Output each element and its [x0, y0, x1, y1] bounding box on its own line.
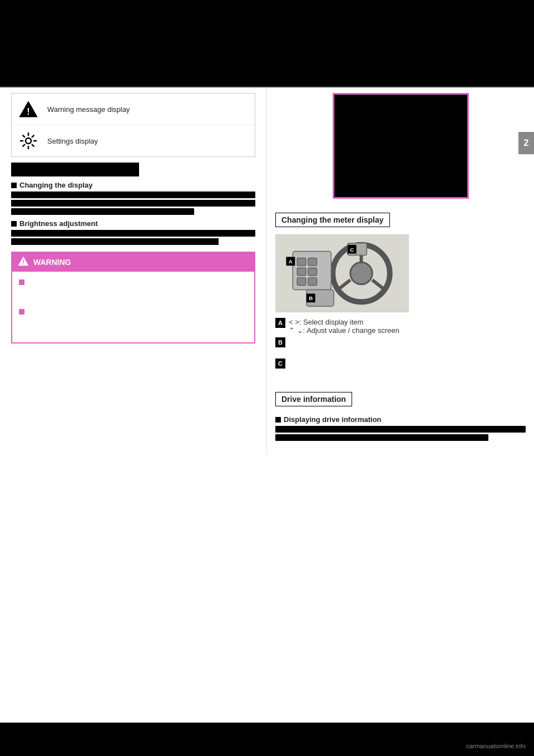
text-line-1 [11, 192, 255, 198]
svg-line-9 [32, 135, 34, 138]
magenta-bullet-2 [19, 309, 24, 315]
subheading-brightness: Brightness adjustment [11, 219, 255, 228]
watermark: carmanualsonline.info [466, 743, 526, 749]
svg-rect-22 [297, 268, 306, 276]
svg-rect-23 [308, 268, 317, 276]
svg-text:A: A [289, 258, 293, 264]
warning-bullet-1 [19, 279, 248, 306]
text-line-2 [11, 200, 255, 207]
svg-point-15 [350, 262, 372, 284]
svg-rect-20 [297, 258, 306, 266]
svg-line-7 [23, 135, 25, 138]
settings-display-label: Settings display [47, 137, 98, 145]
drive-info-section: Drive information Displaying drive infor… [275, 385, 526, 441]
warning-content [12, 272, 254, 342]
svg-text:!: ! [27, 107, 29, 116]
svg-rect-25 [308, 278, 317, 286]
badge-b: B [275, 337, 285, 347]
arrow-ud-icon: ⌃ ⌄: [289, 326, 306, 335]
sub-image-bar [11, 163, 139, 176]
text-line-4 [11, 230, 255, 237]
square-bullet-2 [11, 221, 17, 227]
svg-rect-21 [308, 258, 317, 266]
warning-header: ! WARNING [12, 253, 254, 272]
square-bullet-drive [275, 417, 281, 423]
chapter-tab: 2 [518, 132, 534, 154]
settings-icon-row: Settings display [12, 125, 255, 156]
di-line-1 [275, 426, 526, 433]
subheading-brightness-text: Brightness adjustment [19, 219, 98, 228]
warning-header-icon: ! [18, 256, 29, 269]
changing-meter-section: Changing the meter display [275, 207, 526, 441]
label-a-content: < >: Select display item ⌃ ⌄: Adjust val… [289, 318, 399, 335]
magenta-bullet-1 [19, 279, 24, 285]
page-container: ! Warning message display [0, 0, 534, 756]
arrow-ud-text: Adjust value / change screen [306, 326, 399, 335]
subheading-changing-display: Changing the display [11, 181, 255, 189]
svg-point-2 [26, 138, 31, 144]
left-column: ! Warning message display [0, 87, 267, 454]
drive-info-text [275, 426, 526, 441]
right-column: 2 Changing the meter display [267, 87, 534, 454]
text-line-5 [11, 238, 219, 245]
drive-info-title: Drive information [275, 392, 352, 406]
label-b-row: B [275, 337, 526, 356]
warning-icon-row: ! Warning message display [12, 94, 255, 125]
bottom-black-bar: carmanualsonline.info [0, 723, 534, 756]
warning-box: ! WARNING [11, 252, 255, 343]
icon-table: ! Warning message display [11, 93, 255, 157]
svg-text:B: B [309, 295, 313, 301]
text-line-3 [11, 208, 194, 215]
changing-display-text [11, 192, 255, 215]
svg-line-10 [23, 144, 25, 146]
drive-info-subheading-text: Displaying drive information [284, 415, 382, 424]
warning-triangle-icon: ! [17, 98, 39, 120]
subheading-changing-text: Changing the display [19, 181, 92, 189]
main-display-image [333, 93, 469, 199]
label-a-row: A < >: Select display item ⌃ ⌄: Adjust v… [275, 318, 526, 335]
badge-c: C [275, 359, 285, 369]
badge-a: A [275, 318, 285, 328]
svg-rect-24 [297, 278, 306, 286]
arrow-line-1: < >: Select display item [289, 318, 399, 326]
steering-wheel-image: A B C [275, 234, 409, 312]
brightness-text [11, 230, 255, 245]
svg-line-8 [32, 144, 34, 146]
di-line-2 [275, 434, 488, 441]
arrow-lr-text: Select display item [303, 318, 363, 326]
drive-info-subheading: Displaying drive information [275, 415, 526, 424]
svg-text:C: C [350, 247, 354, 253]
warning-message-label: Warning message display [47, 105, 130, 114]
changing-meter-title: Changing the meter display [275, 213, 390, 227]
main-content: ! Warning message display [0, 87, 534, 454]
warning-title: WARNING [33, 258, 71, 267]
label-c-row: C [275, 359, 526, 377]
chapter-number: 2 [524, 138, 529, 148]
warning-bullet-2 [19, 308, 248, 335]
arrow-line-2: ⌃ ⌄: Adjust value / change screen [289, 326, 399, 335]
arrow-lr-icon: < >: [289, 318, 303, 326]
svg-text:!: ! [22, 259, 24, 266]
gear-icon [17, 130, 39, 152]
top-black-bar [0, 0, 534, 86]
bottom-spacer [0, 454, 534, 577]
square-bullet-1 [11, 183, 17, 188]
